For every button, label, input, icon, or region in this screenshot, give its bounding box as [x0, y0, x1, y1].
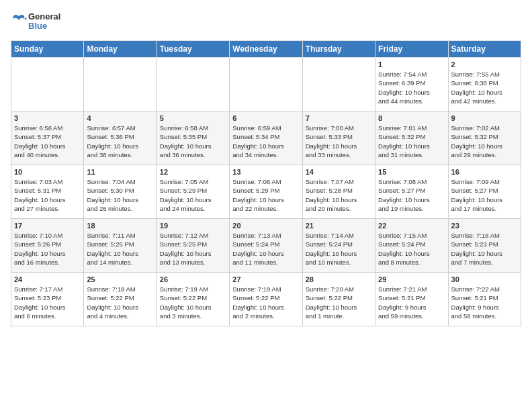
day-info: Sunrise: 7:09 AM Sunset: 5:27 PM Dayligh… [451, 177, 518, 213]
calendar-cell [157, 58, 229, 111]
day-number: 27 [232, 275, 299, 283]
day-number: 23 [451, 222, 518, 230]
logo-text-blue: Blue [28, 21, 60, 31]
day-info: Sunrise: 7:10 AM Sunset: 5:26 PM Dayligh… [14, 231, 81, 267]
day-number: 25 [87, 275, 153, 283]
calendar-cell [230, 58, 302, 111]
calendar-cell: 28Sunrise: 7:20 AM Sunset: 5:22 PM Dayli… [302, 273, 375, 326]
calendar-cell: 12Sunrise: 7:05 AM Sunset: 5:29 PM Dayli… [157, 165, 229, 219]
day-number: 7 [306, 114, 372, 122]
calendar-cell: 10Sunrise: 7:03 AM Sunset: 5:31 PM Dayli… [11, 165, 84, 219]
logo-text-general: General [28, 12, 60, 21]
calendar-cell: 22Sunrise: 7:15 AM Sunset: 5:24 PM Dayli… [375, 219, 448, 273]
logo-container: General Blue [11, 11, 60, 32]
day-info: Sunrise: 7:00 AM Sunset: 5:33 PM Dayligh… [306, 124, 372, 159]
day-number: 1 [378, 60, 445, 68]
calendar-cell: 16Sunrise: 7:09 AM Sunset: 5:27 PM Dayli… [448, 165, 521, 219]
day-info: Sunrise: 7:55 AM Sunset: 6:38 PM Dayligh… [451, 70, 518, 105]
day-info: Sunrise: 7:18 AM Sunset: 5:22 PM Dayligh… [87, 285, 153, 320]
day-number: 13 [232, 168, 299, 176]
weekday-header: Saturday [448, 41, 521, 58]
calendar-cell: 26Sunrise: 7:19 AM Sunset: 5:22 PM Dayli… [157, 273, 229, 326]
day-info: Sunrise: 6:58 AM Sunset: 5:35 PM Dayligh… [160, 124, 226, 159]
day-info: Sunrise: 7:15 AM Sunset: 5:24 PM Dayligh… [378, 231, 445, 267]
logo-bird-icon [11, 11, 27, 32]
day-number: 16 [451, 168, 518, 176]
calendar-cell: 8Sunrise: 7:01 AM Sunset: 5:32 PM Daylig… [375, 111, 448, 165]
day-number: 26 [160, 275, 226, 283]
day-info: Sunrise: 7:21 AM Sunset: 5:21 PM Dayligh… [378, 285, 445, 320]
calendar-cell: 29Sunrise: 7:21 AM Sunset: 5:21 PM Dayli… [375, 273, 448, 326]
day-info: Sunrise: 7:54 AM Sunset: 6:39 PM Dayligh… [378, 70, 445, 105]
day-number: 28 [306, 275, 372, 283]
day-number: 11 [87, 168, 153, 176]
calendar-cell: 5Sunrise: 6:58 AM Sunset: 5:35 PM Daylig… [157, 111, 229, 165]
week-row: 24Sunrise: 7:17 AM Sunset: 5:23 PM Dayli… [11, 273, 521, 326]
calendar-cell [11, 58, 84, 111]
day-number: 8 [378, 114, 445, 122]
weekday-header: Sunday [11, 41, 84, 58]
day-info: Sunrise: 7:08 AM Sunset: 5:27 PM Dayligh… [378, 177, 445, 213]
header-row: SundayMondayTuesdayWednesdayThursdayFrid… [11, 41, 521, 58]
day-number: 22 [378, 222, 445, 230]
day-info: Sunrise: 6:56 AM Sunset: 5:37 PM Dayligh… [14, 124, 81, 159]
day-number: 18 [87, 222, 153, 230]
day-number: 15 [378, 168, 445, 176]
day-info: Sunrise: 7:04 AM Sunset: 5:30 PM Dayligh… [87, 177, 153, 213]
day-info: Sunrise: 7:14 AM Sunset: 5:24 PM Dayligh… [306, 231, 372, 267]
day-number: 19 [160, 222, 226, 230]
calendar-cell: 30Sunrise: 7:22 AM Sunset: 5:21 PM Dayli… [448, 273, 521, 326]
day-number: 10 [14, 168, 81, 176]
day-info: Sunrise: 7:22 AM Sunset: 5:21 PM Dayligh… [451, 285, 518, 320]
week-row: 17Sunrise: 7:10 AM Sunset: 5:26 PM Dayli… [11, 219, 521, 273]
day-info: Sunrise: 7:17 AM Sunset: 5:23 PM Dayligh… [14, 285, 81, 320]
calendar-cell: 9Sunrise: 7:02 AM Sunset: 5:32 PM Daylig… [448, 111, 521, 165]
week-row: 1Sunrise: 7:54 AM Sunset: 6:39 PM Daylig… [11, 58, 521, 111]
day-number: 29 [378, 275, 445, 283]
day-number: 12 [160, 168, 226, 176]
day-info: Sunrise: 7:01 AM Sunset: 5:32 PM Dayligh… [378, 124, 445, 159]
weekday-header: Monday [84, 41, 157, 58]
weekday-header: Thursday [302, 41, 375, 58]
calendar-cell: 25Sunrise: 7:18 AM Sunset: 5:22 PM Dayli… [84, 273, 157, 326]
calendar-cell: 20Sunrise: 7:13 AM Sunset: 5:24 PM Dayli… [230, 219, 302, 273]
calendar-cell: 4Sunrise: 6:57 AM Sunset: 5:36 PM Daylig… [84, 111, 157, 165]
calendar-cell: 1Sunrise: 7:54 AM Sunset: 6:39 PM Daylig… [375, 58, 448, 111]
day-number: 24 [14, 275, 81, 283]
week-row: 3Sunrise: 6:56 AM Sunset: 5:37 PM Daylig… [11, 111, 521, 165]
calendar-cell: 19Sunrise: 7:12 AM Sunset: 5:25 PM Dayli… [157, 219, 229, 273]
day-number: 9 [451, 114, 518, 122]
calendar-cell: 3Sunrise: 6:56 AM Sunset: 5:37 PM Daylig… [11, 111, 84, 165]
logo: General Blue [11, 11, 60, 32]
calendar-cell: 27Sunrise: 7:19 AM Sunset: 5:22 PM Dayli… [230, 273, 302, 326]
day-number: 3 [14, 114, 81, 122]
calendar-cell: 7Sunrise: 7:00 AM Sunset: 5:33 PM Daylig… [302, 111, 375, 165]
day-number: 21 [306, 222, 372, 230]
day-info: Sunrise: 7:02 AM Sunset: 5:32 PM Dayligh… [451, 124, 518, 159]
day-info: Sunrise: 7:07 AM Sunset: 5:28 PM Dayligh… [306, 177, 372, 213]
calendar-cell: 2Sunrise: 7:55 AM Sunset: 6:38 PM Daylig… [448, 58, 521, 111]
weekday-header: Tuesday [157, 41, 229, 58]
day-info: Sunrise: 6:59 AM Sunset: 5:34 PM Dayligh… [232, 124, 299, 159]
day-number: 14 [306, 168, 372, 176]
weekday-header: Wednesday [230, 41, 302, 58]
day-info: Sunrise: 6:57 AM Sunset: 5:36 PM Dayligh… [87, 124, 153, 159]
calendar-cell: 6Sunrise: 6:59 AM Sunset: 5:34 PM Daylig… [230, 111, 302, 165]
calendar-cell: 13Sunrise: 7:06 AM Sunset: 5:29 PM Dayli… [230, 165, 302, 219]
day-info: Sunrise: 7:03 AM Sunset: 5:31 PM Dayligh… [14, 177, 81, 213]
calendar-cell: 21Sunrise: 7:14 AM Sunset: 5:24 PM Dayli… [302, 219, 375, 273]
day-info: Sunrise: 7:11 AM Sunset: 5:25 PM Dayligh… [87, 231, 153, 267]
day-number: 4 [87, 114, 153, 122]
calendar-cell: 24Sunrise: 7:17 AM Sunset: 5:23 PM Dayli… [11, 273, 84, 326]
day-info: Sunrise: 7:06 AM Sunset: 5:29 PM Dayligh… [232, 177, 299, 213]
calendar-cell: 14Sunrise: 7:07 AM Sunset: 5:28 PM Dayli… [302, 165, 375, 219]
day-number: 6 [232, 114, 299, 122]
weekday-header: Friday [375, 41, 448, 58]
calendar-cell: 17Sunrise: 7:10 AM Sunset: 5:26 PM Dayli… [11, 219, 84, 273]
calendar-cell [84, 58, 157, 111]
day-info: Sunrise: 7:19 AM Sunset: 5:22 PM Dayligh… [160, 285, 226, 320]
day-info: Sunrise: 7:19 AM Sunset: 5:22 PM Dayligh… [232, 285, 299, 320]
calendar-cell: 23Sunrise: 7:16 AM Sunset: 5:23 PM Dayli… [448, 219, 521, 273]
day-info: Sunrise: 7:05 AM Sunset: 5:29 PM Dayligh… [160, 177, 226, 213]
calendar-cell: 18Sunrise: 7:11 AM Sunset: 5:25 PM Dayli… [84, 219, 157, 273]
